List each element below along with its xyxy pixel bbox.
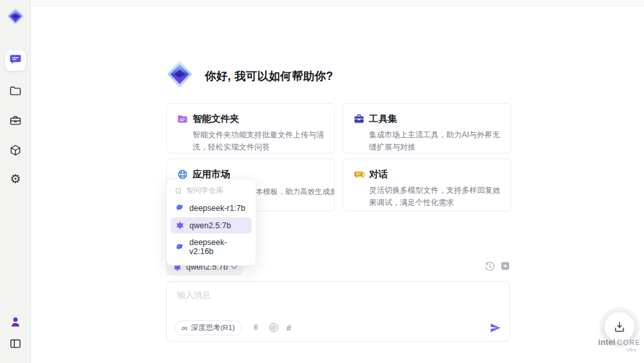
send-button[interactable] — [489, 322, 502, 334]
card-description-partial: 本模板，助力高效生成多 — [256, 187, 335, 197]
sidebar-item-folders[interactable] — [8, 84, 23, 98]
model-option-label: qwen2.5:7b — [189, 221, 231, 230]
page-title: 你好, 我可以如何帮助你? — [205, 68, 333, 84]
window-top-strip — [31, 0, 644, 6]
model-option-deepseek-r1[interactable]: deepseek-r1:7b — [171, 200, 252, 216]
smart-folder-icon — [176, 112, 189, 125]
prompt-library-button[interactable]: # — [287, 323, 292, 333]
repository-icon — [175, 187, 182, 195]
card-description: 灵活切换多模型文件，支持多样回复效果调试，满足个性化需求 — [369, 184, 502, 208]
sidebar-item-settings[interactable]: ⚙ — [8, 172, 23, 186]
toolset-icon — [352, 112, 365, 125]
intel-core-badge: intelcore Ultra — [598, 336, 641, 353]
card-toolset[interactable]: 工具集 集成市场上主流工具，助力AI与外界无缝扩展与对接 — [343, 103, 511, 153]
chat-bubble-icon — [9, 53, 22, 68]
sidebar: ⚙ — [0, 0, 31, 363]
composer-toolbar: ∞ 深度思考(R1) @ # — [175, 320, 502, 335]
cube-icon — [9, 144, 22, 157]
intel-brand-text: intel — [598, 338, 616, 347]
layout-panel-icon — [9, 337, 22, 350]
card-smart-folder[interactable]: 智能文件夹 智能文件夹功能支持批量文件上传与清洗，轻松实现文件问答 — [166, 103, 335, 153]
plus-square-icon — [500, 260, 511, 271]
new-chat-button[interactable] — [500, 260, 511, 271]
model-dropdown-group: 智问学仓库 — [167, 184, 256, 199]
conversation-icon — [352, 168, 365, 181]
sidebar-item-chat[interactable] — [5, 50, 26, 71]
at-icon: @ — [270, 324, 276, 331]
card-description: 智能文件夹功能支持批量文件上传与清洗，轻松实现文件问答 — [193, 129, 325, 153]
model-option-qwen[interactable]: qwen2.5:7b — [171, 217, 252, 233]
infinity-icon: ∞ — [182, 324, 187, 332]
model-dropdown: 智问学仓库 deepseek-r1:7b qwen2.5:7b deepseek… — [166, 179, 256, 266]
mention-button[interactable]: @ — [269, 323, 278, 332]
app-logo-icon — [6, 6, 25, 26]
download-icon — [613, 320, 626, 333]
sidebar-item-panel-toggle[interactable] — [8, 337, 23, 351]
briefcase-icon — [9, 114, 22, 127]
intel-tier-text: Ultra — [598, 348, 641, 353]
deep-think-toggle[interactable]: ∞ 深度思考(R1) — [175, 320, 242, 335]
card-conversation[interactable]: 对话 灵活切换多模型文件，支持多样回复效果调试，满足个性化需求 — [343, 159, 511, 211]
sidebar-item-toolbox[interactable] — [8, 113, 23, 128]
model-option-label: deepseek-r1:7b — [189, 204, 245, 213]
sidebar-item-account[interactable] — [8, 315, 23, 329]
model-option-label: deepseek-v2:16b — [189, 238, 247, 256]
qwen-icon — [175, 221, 185, 230]
deepseek-icon — [175, 242, 185, 252]
folder-icon — [9, 84, 22, 97]
send-icon — [489, 322, 502, 334]
card-description: 集成市场上主流工具，助力AI与外界无缝扩展与对接 — [369, 129, 502, 153]
deepseek-icon — [175, 203, 185, 213]
greeting-logo-icon — [165, 59, 194, 89]
model-option-deepseek-v2[interactable]: deepseek-v2:16b — [171, 235, 252, 259]
card-title: 对话 — [369, 168, 388, 181]
attach-file-button[interactable] — [251, 322, 261, 333]
paperclip-icon — [251, 323, 260, 332]
message-composer: ∞ 深度思考(R1) @ # — [166, 281, 510, 342]
gear-icon: ⚙ — [10, 173, 21, 185]
model-dropdown-group-label: 智问学仓库 — [186, 186, 223, 195]
history-icon — [484, 261, 495, 272]
user-icon — [9, 315, 22, 328]
history-button[interactable] — [484, 261, 495, 272]
sidebar-item-models[interactable] — [8, 143, 23, 157]
message-input[interactable] — [176, 288, 500, 317]
card-title: 智能文件夹 — [193, 113, 240, 125]
intel-product-text: core — [617, 338, 641, 346]
card-title: 工具集 — [369, 113, 397, 125]
deep-think-label: 深度思考(R1) — [191, 323, 234, 333]
